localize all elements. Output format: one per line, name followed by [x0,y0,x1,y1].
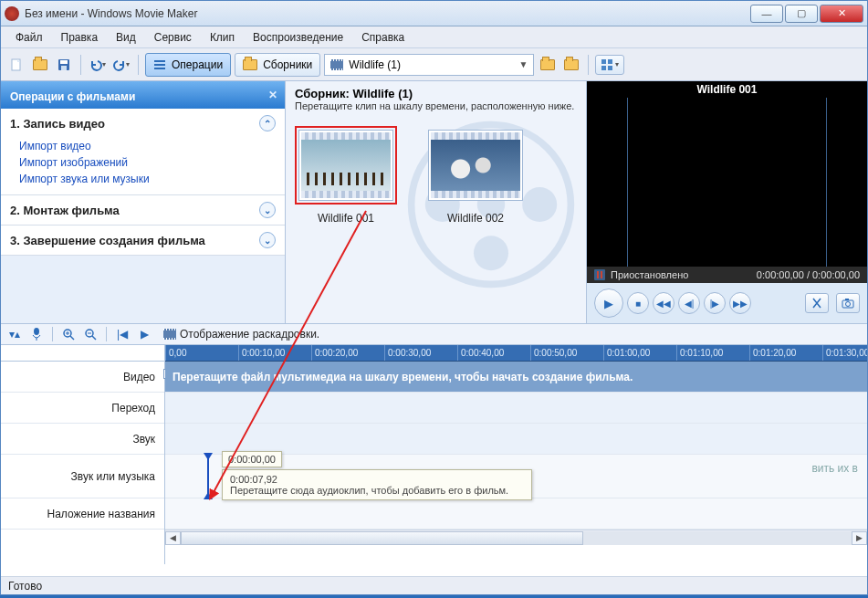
track-transition[interactable] [165,393,867,424]
next-button[interactable]: ▶▶ [729,292,751,314]
svg-line-26 [70,336,74,340]
menu-edit[interactable]: Правка [54,28,106,47]
save-button[interactable] [54,55,74,75]
timeline-view-toggle[interactable]: Отображение раскадровки. [163,328,319,341]
redo-button[interactable]: ▾ [111,55,131,75]
tasks-button-label: Операции [172,58,223,71]
ruler-tick: 0:00:20,00 [311,345,384,361]
video-track-hint: Перетащите файл мультимедиа на шкалу вре… [165,362,867,392]
undo-button[interactable]: ▾ [88,55,108,75]
timeline-ruler[interactable]: 0,00 0:00:10,00 0:00:20,00 0:00:30,00 0:… [165,345,867,362]
track-label-sound: Звук [1,424,164,455]
ruler-tick: 0:01:30,00 [822,345,867,361]
svg-rect-4 [154,60,165,62]
menu-playback[interactable]: Воспроизведение [246,28,350,47]
svg-point-14 [474,236,508,270]
tooltip-end-time: 0:00:07,92 [230,474,524,485]
close-button[interactable]: ✕ [820,5,863,23]
list-icon [153,58,166,71]
tasks-button[interactable]: Операции [145,53,231,77]
track-title-overlay[interactable] [165,498,867,530]
narrate-button[interactable] [28,326,45,342]
rewind-timeline-button[interactable]: |◀ [114,326,131,342]
ruler-tick: 0:00:10,00 [238,345,311,361]
svg-rect-6 [154,68,165,69]
timeline-tracks[interactable]: 0,00 0:00:10,00 0:00:20,00 0:00:30,00 0:… [165,345,867,564]
timeline: Видео − Переход Звук Звук или музыка Нал… [1,345,867,564]
chevron-down-icon: ⌄ [259,202,276,218]
svg-line-30 [92,336,96,340]
svg-rect-8 [608,59,612,64]
partial-hint-text: вить их в [811,462,858,475]
collection-pane: Сборник: Wildlife (1) Перетащите клип на… [286,81,586,323]
folder-icon [243,59,257,70]
view-button[interactable]: ▾ [595,55,624,75]
zoom-in-button[interactable] [60,326,77,342]
track-video[interactable]: Перетащите файл мультимедиа на шкалу вре… [165,362,867,393]
step-fwd-button[interactable]: |▶ [704,292,726,314]
new-folder-button[interactable] [561,55,581,75]
timeline-track-labels: Видео − Переход Звук Звук или музыка Нал… [1,345,165,564]
task-group-3-label: 3. Завершение создания фильма [10,234,205,247]
collection-subtitle: Перетащите клип на шкалу времени, распол… [295,100,577,111]
play-button[interactable]: ▶ [594,289,623,318]
snapshot-button[interactable] [836,293,860,313]
svg-rect-7 [601,59,606,64]
timeline-toolbar: ▾▴ |◀ ▶ Отображение раскадровки. [1,323,867,345]
timeline-scrollbar[interactable]: ◀ ▶ [165,530,867,545]
collection-select[interactable]: Wildlife (1) ▼ [324,54,534,76]
collections-button[interactable]: Сборники [235,53,320,77]
new-button[interactable] [6,55,26,75]
window-title: Без имени - Windows Movie Maker [25,7,748,20]
link-import-audio[interactable]: Импорт звука или музыки [19,171,276,187]
ruler-tick: 0:00:30,00 [384,345,457,361]
film-icon [163,329,176,340]
task-pane-title: Операции с фильмами [10,90,135,103]
play-timeline-button[interactable]: ▶ [136,326,152,342]
ruler-tick: 0:01:00,00 [603,345,676,361]
svg-rect-17 [594,269,605,280]
menu-view[interactable]: Вид [109,28,143,47]
drag-insert-marker [207,455,209,498]
clip-item-2[interactable]: Wildlife 002 [424,126,527,225]
stop-button[interactable]: ■ [627,292,649,314]
menu-file[interactable]: Файл [8,28,50,47]
timeline-view-label: Отображение раскадровки. [180,328,319,341]
step-back-button[interactable]: ◀| [678,292,700,314]
preview-controls: ▶ ■ ◀◀ ◀| |▶ ▶▶ [587,283,867,323]
collection-selected: Wildlife (1) [349,58,401,71]
task-pane: Операции с фильмами ✕ 1. Запись видео ⌃ … [1,81,286,323]
minimize-button[interactable]: — [750,5,783,23]
open-button[interactable] [30,55,50,75]
task-group-1-label: 1. Запись видео [10,117,105,131]
menu-service[interactable]: Сервис [147,28,199,47]
ruler-tick: 0:01:20,00 [749,345,822,361]
svg-rect-3 [61,66,67,70]
scrollbar-thumb[interactable] [181,531,583,545]
link-import-images[interactable]: Импорт изображений [19,154,276,171]
prev-button[interactable]: ◀◀ [653,292,675,314]
track-music[interactable]: 0:00:00,00 0:00:07,92 Перетащите сюда ау… [165,455,867,498]
svg-rect-19 [601,271,602,278]
scroll-left-button[interactable]: ◀ [165,531,181,545]
clip-item-1[interactable]: Wildlife 001 [295,126,397,225]
split-button[interactable] [805,293,829,313]
svg-rect-9 [601,66,606,70]
task-group-3[interactable]: 3. Завершение создания фильма ⌄ [1,226,285,255]
scroll-right-button[interactable]: ▶ [852,531,867,545]
up-folder-button[interactable] [538,55,558,75]
task-group-1[interactable]: 1. Запись видео ⌃ [1,109,285,138]
set-trim-button[interactable]: ▾▴ [6,326,23,342]
link-import-video[interactable]: Импорт видео [19,138,276,154]
film-icon [330,59,343,70]
task-group-2[interactable]: 2. Монтаж фильма ⌄ [1,195,285,225]
menu-help[interactable]: Справка [354,28,412,47]
track-sound[interactable] [165,424,867,455]
collection-title: Сборник: Wildlife (1) [295,87,577,100]
zoom-out-button[interactable] [82,326,99,342]
preview-status-text: Приостановлено [611,269,688,280]
ruler-tick: 0,00 [165,345,238,361]
menu-clip[interactable]: Клип [203,28,242,47]
task-pane-close-icon[interactable]: ✕ [268,89,277,101]
maximize-button[interactable]: ▢ [785,5,818,23]
